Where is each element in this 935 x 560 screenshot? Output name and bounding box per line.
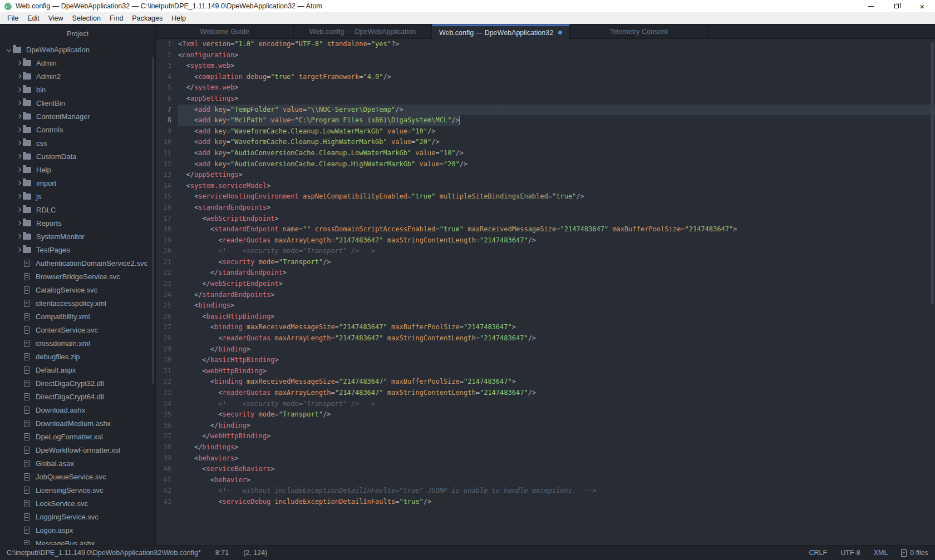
tree-item-import[interactable]: import	[0, 176, 155, 190]
code-content[interactable]: <serviceBehaviors>	[178, 464, 935, 475]
code-content[interactable]: <system.web>	[178, 61, 935, 72]
code-line[interactable]: 43 <serviceDebug includeExceptionDetailI…	[156, 497, 935, 508]
tree-item-debugfiles-zip[interactable]: debugfiles.zip	[0, 350, 155, 363]
tree-item-help[interactable]: Help	[0, 163, 155, 176]
code-line[interactable]: 2<configuration>	[156, 50, 935, 61]
status-line-ending[interactable]: CRLF	[809, 549, 828, 557]
code-content[interactable]: <add key="WaveformCache.Cleanup.LowWater…	[178, 126, 935, 137]
line-number[interactable]: 13	[156, 170, 178, 181]
code-content[interactable]: <add key="WaveformCache.Cleanup.HighWate…	[178, 137, 935, 148]
menu-item-view[interactable]: View	[44, 14, 68, 22]
tree-item-clientbin[interactable]: ClientBin	[0, 96, 155, 110]
tree-item-dpeworkflowformatter-xsl[interactable]: DpeWorkflowFormatter.xsl	[0, 443, 155, 457]
code-line[interactable]: 35 <security mode="Transport"/>	[156, 409, 935, 420]
line-number[interactable]: 2	[156, 50, 178, 61]
code-line[interactable]: 11 <add key="AudioConversionCache.Cleanu…	[156, 148, 935, 159]
line-number[interactable]: 22	[156, 267, 178, 279]
code-line[interactable]: 9 <add key="WaveformCache.Cleanup.LowWat…	[156, 126, 935, 137]
line-number[interactable]: 29	[156, 344, 178, 355]
line-number[interactable]: 41	[156, 475, 178, 486]
code-line[interactable]: 29 </binding>	[156, 344, 935, 355]
code-line[interactable]: 14 <system.serviceModel>	[156, 181, 935, 192]
code-line[interactable]: 40 <serviceBehaviors>	[156, 464, 935, 475]
code-line[interactable]: 28 <readerQuotas maxArrayLength="2147483…	[156, 333, 935, 344]
tree-item-js[interactable]: js	[0, 190, 155, 203]
code-content[interactable]: <configuration>	[178, 50, 935, 61]
code-content[interactable]: <!-- without includeExceptionDetailInFau…	[178, 485, 935, 497]
line-number[interactable]: 42	[156, 485, 178, 497]
code-content[interactable]: <serviceHostingEnvironment aspNetCompati…	[178, 191, 935, 202]
code-content[interactable]: <binding maxReceivedMessageSize="2147483…	[178, 322, 935, 333]
line-number[interactable]: 39	[156, 453, 178, 464]
code-line[interactable]: 1<?xml version="1.0" encoding="UTF-8" st…	[156, 39, 935, 50]
menu-item-selection[interactable]: Selection	[68, 14, 105, 22]
tree-item-default-aspx[interactable]: Default.aspx	[0, 363, 155, 376]
code-content[interactable]: <binding maxReceivedMessageSize="2147483…	[178, 376, 935, 388]
line-number[interactable]: 18	[156, 224, 178, 235]
code-line[interactable]: 34 <!-- <security mode="Transport" /> --…	[156, 399, 935, 410]
tab-telemetry-consent[interactable]: Telemetry Consent	[570, 24, 708, 38]
status-grammar[interactable]: XML	[874, 549, 888, 557]
line-number[interactable]: 35	[156, 409, 178, 420]
code-content[interactable]: <security mode="Transport"/>	[178, 257, 935, 268]
tree-item-bin[interactable]: bin	[0, 83, 155, 96]
code-content[interactable]: <standardEndpoints>	[178, 202, 935, 214]
tree-item-loggingservice-svc[interactable]: LoggingService.svc	[0, 510, 155, 523]
tree-item-download-ashx[interactable]: Download.ashx	[0, 403, 155, 417]
menu-item-edit[interactable]: Edit	[23, 14, 44, 22]
code-content[interactable]: <?xml version="1.0" encoding="UTF-8" sta…	[178, 39, 935, 50]
menu-item-find[interactable]: Find	[105, 14, 127, 22]
tree-scrollbar[interactable]	[152, 57, 154, 384]
code-line[interactable]: 33 <readerQuotas maxArrayLength="2147483…	[156, 388, 935, 399]
tab-web-config-dpewebapplication[interactable]: Web.config — DpeWebApplication	[294, 24, 432, 38]
tree-item-contentmanager[interactable]: ContentManager	[0, 110, 155, 123]
code-content[interactable]: <compilation debug="true" targetFramewor…	[178, 72, 935, 83]
tree-item-directdigacrypt64-dll[interactable]: DirectDigaCrypt64.dll	[0, 390, 155, 403]
code-line[interactable]: 13 </appSettings>	[156, 170, 935, 181]
tree-item-downloadmedium-ashx[interactable]: DownloadMedium.ashx	[0, 417, 155, 430]
code-line[interactable]: 18 <standardEndpoint name="" crossDomain…	[156, 224, 935, 235]
code-line[interactable]: 20 <!-- <security mode="Transport" /> --…	[156, 246, 935, 257]
tree-item-testpages[interactable]: TestPages	[0, 243, 155, 256]
code-line[interactable]: 21 <security mode="Transport"/>	[156, 257, 935, 268]
tree-item-contentservice-svc[interactable]: ContentService.svc	[0, 323, 155, 336]
tree-item-crossdomain-xml[interactable]: crossdomain.xml	[0, 336, 155, 350]
code-content[interactable]: <behavior>	[178, 475, 935, 486]
tree-item-systemmonitor[interactable]: SystemMonitor	[0, 230, 155, 243]
code-line[interactable]: 12 <add key="AudioConversionCache.Cleanu…	[156, 159, 935, 170]
line-number[interactable]: 30	[156, 355, 178, 366]
code-content[interactable]: <webHttpBinding>	[178, 366, 935, 377]
line-number[interactable]: 4	[156, 72, 178, 83]
tree-item-lockservice-svc[interactable]: LockService.svc	[0, 497, 155, 510]
status-cursor-position[interactable]: 8:71	[215, 549, 229, 557]
code-content[interactable]: <readerQuotas maxArrayLength="2147483647…	[178, 235, 935, 246]
line-number[interactable]: 38	[156, 442, 178, 453]
tree-item-directdigacrypt32-dll[interactable]: DirectDigaCrypt32.dll	[0, 376, 155, 390]
code-line[interactable]: 8 <add key="MclPath" value="C:\Program F…	[156, 115, 935, 126]
line-number[interactable]: 11	[156, 148, 178, 159]
code-line[interactable]: 4 <compilation debug="true" targetFramew…	[156, 72, 935, 83]
code-content[interactable]: <add key="TempFolder" value="\\NUC-Serve…	[178, 105, 935, 116]
code-line[interactable]: 3 <system.web>	[156, 61, 935, 72]
code-content[interactable]: </binding>	[178, 420, 935, 432]
line-number[interactable]: 9	[156, 126, 178, 137]
code-line[interactable]: 41 <behavior>	[156, 475, 935, 486]
line-number[interactable]: 5	[156, 82, 178, 93]
line-number[interactable]: 7	[156, 105, 178, 116]
tree-item-dpelogformatter-xsl[interactable]: DpeLogFormatter.xsl	[0, 430, 155, 443]
line-number[interactable]: 21	[156, 257, 178, 268]
code-content[interactable]: <serviceDebug includeExceptionDetailInFa…	[178, 497, 935, 508]
code-line[interactable]: 39 <behaviors>	[156, 453, 935, 464]
tree-item-css[interactable]: css	[0, 136, 155, 150]
code-line[interactable]: 36 </binding>	[156, 420, 935, 432]
code-content[interactable]: </binding>	[178, 344, 935, 355]
code-content[interactable]: </webHttpBinding>	[178, 431, 935, 442]
code-content[interactable]: <readerQuotas maxArrayLength="2147483647…	[178, 388, 935, 399]
code-line[interactable]: 42 <!-- without includeExceptionDetailIn…	[156, 485, 935, 497]
code-content[interactable]: </bindings>	[178, 442, 935, 453]
tree-item-licensingservice-svc[interactable]: LicensingService.svc	[0, 483, 155, 497]
code-content[interactable]: <bindings>	[178, 300, 935, 311]
line-number[interactable]: 12	[156, 159, 178, 170]
code-line[interactable]: 38 </bindings>	[156, 442, 935, 453]
code-line[interactable]: 19 <readerQuotas maxArrayLength="2147483…	[156, 235, 935, 246]
